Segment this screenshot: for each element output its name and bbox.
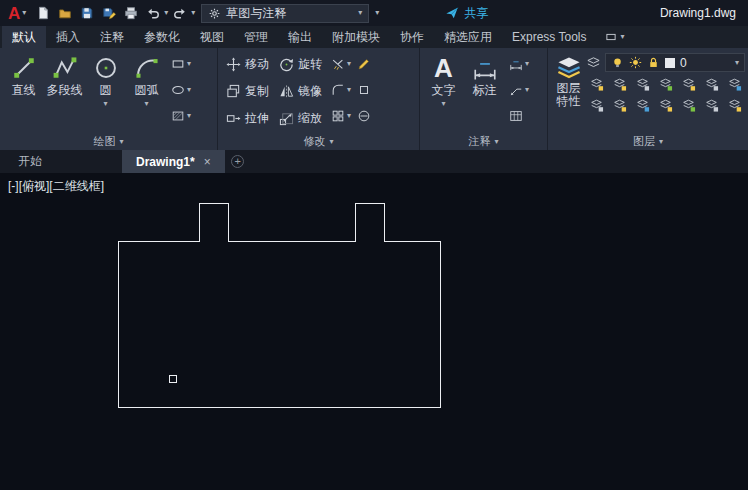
layer-tool-icon[interactable] bbox=[586, 75, 607, 93]
stretch-button[interactable]: 拉伸 bbox=[221, 105, 274, 132]
arc-button[interactable]: 圆弧 ▾ bbox=[126, 51, 167, 133]
ribbon-tab-annotate[interactable]: 注释 bbox=[90, 26, 134, 48]
layer-tool-icon[interactable] bbox=[724, 75, 745, 93]
new-file-icon bbox=[36, 6, 50, 20]
undo-button[interactable]: ▾ bbox=[143, 3, 168, 23]
titlebar: A ▾ ▾ ▾ 草图与注释 ▾ ▾ 共享 Drawing1.dwg bbox=[0, 0, 748, 26]
share-button[interactable]: 共享 bbox=[439, 5, 494, 22]
leader-button[interactable]: ▾ bbox=[509, 81, 529, 99]
draw-panel: 直线 多段线 圆 ▾ 圆弧 ▾ bbox=[0, 48, 218, 150]
layer-tool-icon[interactable] bbox=[632, 96, 653, 114]
rotate-label: 旋转 bbox=[298, 56, 322, 73]
layer-tool-icon[interactable] bbox=[678, 96, 699, 114]
polyline-button[interactable]: 多段线 bbox=[44, 51, 85, 133]
sun-icon[interactable] bbox=[629, 56, 642, 69]
brush-icon bbox=[357, 57, 371, 71]
mirror-button[interactable]: 镜像 bbox=[274, 78, 327, 105]
text-button[interactable]: A 文字 ▾ bbox=[423, 51, 464, 133]
ribbon-tab-insert[interactable]: 插入 bbox=[46, 26, 90, 48]
layer-properties-button[interactable]: 图层特性 bbox=[551, 51, 586, 133]
layer-tool-icon[interactable] bbox=[609, 96, 630, 114]
save-button[interactable] bbox=[77, 3, 97, 23]
circle-button[interactable]: 圆 ▾ bbox=[85, 51, 126, 133]
chevron-down-icon: ▾ bbox=[144, 100, 148, 108]
close-icon[interactable]: × bbox=[204, 155, 211, 169]
workspace-dropdown[interactable]: 草图与注释 ▾ bbox=[201, 4, 369, 23]
dimension-icon bbox=[472, 55, 498, 81]
ribbon-tab-manage[interactable]: 管理 bbox=[234, 26, 278, 48]
file-tab-start[interactable]: 开始 bbox=[0, 150, 60, 173]
layer-color-swatch[interactable] bbox=[665, 58, 675, 68]
chevron-down-icon[interactable]: ▾ bbox=[164, 9, 168, 17]
chevron-down-icon: ▾ bbox=[441, 100, 445, 108]
layer-tool-icon[interactable] bbox=[701, 75, 722, 93]
line-button[interactable]: 直线 bbox=[3, 51, 44, 133]
ribbon-tab-collaborate[interactable]: 协作 bbox=[390, 26, 434, 48]
rotate-button[interactable]: 旋转 bbox=[274, 51, 327, 78]
model-space-viewport[interactable]: [-][俯视][二维线框] bbox=[0, 173, 748, 490]
ribbon-tab-home[interactable]: 默认 bbox=[2, 26, 46, 48]
trim-button[interactable]: ▾ bbox=[331, 55, 351, 73]
share-label: 共享 bbox=[464, 5, 488, 22]
lock-icon[interactable] bbox=[647, 56, 660, 69]
plot-button[interactable] bbox=[121, 3, 141, 23]
file-tab-bar: 开始 Drawing1* × + bbox=[0, 150, 748, 173]
drawing-canvas[interactable] bbox=[0, 173, 748, 490]
viewport-controls[interactable]: [-][俯视][二维线框] bbox=[8, 178, 104, 195]
ribbon-tab-output[interactable]: 输出 bbox=[278, 26, 322, 48]
layer-tool-icon[interactable] bbox=[632, 75, 653, 93]
linear-dim-button[interactable]: ▾ bbox=[509, 55, 529, 73]
table-icon bbox=[509, 109, 523, 123]
draw-panel-label[interactable]: 绘图 ▾ bbox=[0, 133, 217, 150]
layer-tool-icon[interactable] bbox=[724, 96, 745, 114]
save-as-button[interactable] bbox=[99, 3, 119, 23]
hatch-button[interactable]: ▾ bbox=[171, 107, 191, 125]
copy-button[interactable]: 复制 bbox=[221, 78, 274, 105]
quick-access-customize-button[interactable]: ▾ bbox=[375, 9, 379, 17]
match-properties-button[interactable] bbox=[357, 55, 371, 73]
ribbon-display-toggle[interactable]: ▾ bbox=[596, 26, 633, 48]
circle-label: 圆 bbox=[100, 82, 112, 99]
ribbon-tab-addins[interactable]: 附加模块 bbox=[322, 26, 390, 48]
annotation-panel-label[interactable]: 注释 ▾ bbox=[420, 133, 547, 150]
chevron-down-icon: ▾ bbox=[659, 138, 663, 146]
arc-label: 圆弧 bbox=[135, 82, 159, 99]
fillet-button[interactable]: ▾ bbox=[331, 81, 351, 99]
scale-button[interactable]: 缩放 bbox=[274, 105, 327, 132]
gear-icon bbox=[208, 7, 221, 20]
table-button[interactable] bbox=[509, 107, 529, 125]
layer-dropdown[interactable]: 0 ▾ bbox=[605, 53, 745, 72]
layer-tool-icon[interactable] bbox=[678, 75, 699, 93]
chevron-down-icon[interactable]: ▾ bbox=[191, 9, 195, 17]
open-file-button[interactable] bbox=[55, 3, 75, 23]
layer-tool-icon[interactable] bbox=[609, 75, 630, 93]
new-file-button[interactable] bbox=[33, 3, 53, 23]
ribbon-tab-express-tools[interactable]: Express Tools bbox=[502, 26, 596, 48]
ribbon-tab-view[interactable]: 视图 bbox=[190, 26, 234, 48]
layer-tool-icon[interactable] bbox=[655, 96, 676, 114]
join-button[interactable] bbox=[357, 107, 371, 125]
ribbon-tab-featured-apps[interactable]: 精选应用 bbox=[434, 26, 502, 48]
move-button[interactable]: 移动 bbox=[221, 51, 274, 78]
dimension-button[interactable]: 标注 bbox=[464, 51, 505, 133]
drawing-outline[interactable] bbox=[118, 203, 440, 407]
layer-tool-icon[interactable] bbox=[701, 96, 722, 114]
move-icon bbox=[226, 57, 241, 72]
layer-tool-icon[interactable] bbox=[586, 96, 607, 114]
modify-panel-label[interactable]: 修改 ▾ bbox=[218, 133, 419, 150]
move-label: 移动 bbox=[245, 56, 269, 73]
ribbon-tab-parametric[interactable]: 参数化 bbox=[134, 26, 190, 48]
app-menu-button[interactable]: A ▾ bbox=[6, 5, 31, 22]
new-drawing-tab-button[interactable]: + bbox=[225, 150, 251, 173]
layers-panel-label[interactable]: 图层 ▾ bbox=[548, 133, 748, 150]
array-button[interactable]: ▾ bbox=[331, 107, 351, 125]
file-tab-drawing1[interactable]: Drawing1* × bbox=[122, 150, 225, 173]
rectangle-button[interactable]: ▾ bbox=[171, 55, 191, 73]
rotate-icon bbox=[279, 57, 294, 72]
circle-icon bbox=[93, 55, 119, 81]
ellipse-button[interactable]: ▾ bbox=[171, 81, 191, 99]
redo-button[interactable]: ▾ bbox=[170, 3, 195, 23]
layer-tool-icon[interactable] bbox=[655, 75, 676, 93]
bulb-icon[interactable] bbox=[611, 56, 624, 69]
erase-button[interactable] bbox=[357, 81, 371, 99]
